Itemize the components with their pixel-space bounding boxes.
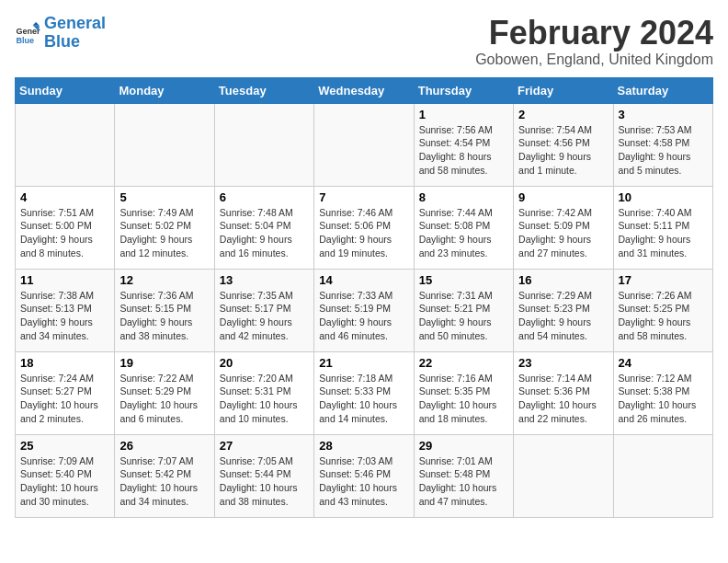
day-info: Sunrise: 7:29 AM Sunset: 5:23 PM Dayligh… [518,289,608,343]
day-info: Sunrise: 7:03 AM Sunset: 5:46 PM Dayligh… [319,454,408,509]
day-info: Sunrise: 7:05 AM Sunset: 5:44 PM Dayligh… [220,454,309,509]
day-info: Sunrise: 7:12 AM Sunset: 5:38 PM Dayligh… [619,372,708,426]
header-monday: Monday [115,77,214,103]
day-number: 17 [619,273,708,287]
table-cell: 1Sunrise: 7:56 AM Sunset: 4:54 PM Daylig… [414,103,513,186]
day-info: Sunrise: 7:07 AM Sunset: 5:42 PM Dayligh… [119,454,209,509]
table-cell: 12Sunrise: 7:36 AM Sunset: 5:15 PM Dayli… [115,269,214,351]
table-cell: 28Sunrise: 7:03 AM Sunset: 5:46 PM Dayli… [314,434,414,517]
day-number: 4 [20,190,109,204]
day-info: Sunrise: 7:44 AM Sunset: 5:08 PM Dayligh… [419,206,508,260]
table-cell: 11Sunrise: 7:38 AM Sunset: 5:13 PM Dayli… [16,269,115,351]
table-cell: 26Sunrise: 7:07 AM Sunset: 5:42 PM Dayli… [115,434,214,517]
table-cell: 27Sunrise: 7:05 AM Sunset: 5:44 PM Dayli… [214,434,313,517]
header-tuesday: Tuesday [214,77,313,103]
day-number: 2 [518,108,608,121]
logo-line2: Blue [44,32,80,51]
title-area: February 2024 Gobowen, England, United K… [475,15,713,68]
header-friday: Friday [514,77,613,103]
day-info: Sunrise: 7:20 AM Sunset: 5:31 PM Dayligh… [220,372,309,426]
table-cell: 7Sunrise: 7:46 AM Sunset: 5:06 PM Daylig… [314,186,414,269]
day-info: Sunrise: 7:42 AM Sunset: 5:09 PM Dayligh… [518,206,608,260]
day-number: 19 [119,356,209,370]
day-number: 11 [20,273,109,287]
day-info: Sunrise: 7:49 AM Sunset: 5:02 PM Dayligh… [119,206,209,260]
day-info: Sunrise: 7:54 AM Sunset: 4:56 PM Dayligh… [518,123,608,178]
day-info: Sunrise: 7:40 AM Sunset: 5:11 PM Dayligh… [619,206,708,260]
day-info: Sunrise: 7:16 AM Sunset: 5:35 PM Dayligh… [419,372,508,426]
logo-text: General Blue [44,15,106,52]
svg-marker-3 [33,22,40,26]
day-info: Sunrise: 7:14 AM Sunset: 5:36 PM Dayligh… [518,372,608,426]
table-cell [214,103,313,186]
day-number: 9 [518,190,608,204]
table-cell: 24Sunrise: 7:12 AM Sunset: 5:38 PM Dayli… [613,351,712,434]
header-thursday: Thursday [414,77,513,103]
table-cell: 3Sunrise: 7:53 AM Sunset: 4:58 PM Daylig… [613,103,712,186]
table-cell: 20Sunrise: 7:20 AM Sunset: 5:31 PM Dayli… [214,351,313,434]
table-cell: 21Sunrise: 7:18 AM Sunset: 5:33 PM Dayli… [314,351,414,434]
day-number: 18 [20,356,109,370]
day-number: 10 [619,190,708,204]
table-cell: 25Sunrise: 7:09 AM Sunset: 5:40 PM Dayli… [16,434,115,517]
week-row-2: 4Sunrise: 7:51 AM Sunset: 5:00 PM Daylig… [16,186,713,269]
week-row-5: 25Sunrise: 7:09 AM Sunset: 5:40 PM Dayli… [16,434,713,517]
logo: General Blue General Blue [15,15,106,52]
table-cell: 2Sunrise: 7:54 AM Sunset: 4:56 PM Daylig… [514,103,613,186]
table-cell: 22Sunrise: 7:16 AM Sunset: 5:35 PM Dayli… [414,351,513,434]
week-row-1: 1Sunrise: 7:56 AM Sunset: 4:54 PM Daylig… [16,103,713,186]
table-cell: 23Sunrise: 7:14 AM Sunset: 5:36 PM Dayli… [514,351,613,434]
table-cell [613,434,712,517]
table-cell: 8Sunrise: 7:44 AM Sunset: 5:08 PM Daylig… [414,186,513,269]
table-cell [514,434,613,517]
day-number: 25 [20,439,109,453]
day-info: Sunrise: 7:31 AM Sunset: 5:21 PM Dayligh… [419,289,508,343]
table-cell: 5Sunrise: 7:49 AM Sunset: 5:02 PM Daylig… [115,186,214,269]
day-number: 5 [119,190,209,204]
table-cell: 29Sunrise: 7:01 AM Sunset: 5:48 PM Dayli… [414,434,513,517]
day-number: 24 [619,356,708,370]
day-info: Sunrise: 7:36 AM Sunset: 5:15 PM Dayligh… [119,289,209,343]
table-cell: 6Sunrise: 7:48 AM Sunset: 5:04 PM Daylig… [214,186,313,269]
table-cell: 18Sunrise: 7:24 AM Sunset: 5:27 PM Dayli… [16,351,115,434]
day-number: 29 [419,439,508,453]
day-number: 21 [319,356,408,370]
header-saturday: Saturday [613,77,712,103]
calendar-header-row: SundayMondayTuesdayWednesdayThursdayFrid… [16,77,713,103]
day-number: 8 [419,190,508,204]
day-number: 28 [319,439,408,453]
day-number: 7 [319,190,408,204]
week-row-4: 18Sunrise: 7:24 AM Sunset: 5:27 PM Dayli… [16,351,713,434]
table-cell: 17Sunrise: 7:26 AM Sunset: 5:25 PM Dayli… [613,269,712,351]
day-info: Sunrise: 7:26 AM Sunset: 5:25 PM Dayligh… [619,289,708,343]
day-info: Sunrise: 7:22 AM Sunset: 5:29 PM Dayligh… [119,372,209,426]
day-number: 14 [319,273,408,287]
day-number: 23 [518,356,608,370]
table-cell: 15Sunrise: 7:31 AM Sunset: 5:21 PM Dayli… [414,269,513,351]
main-title: February 2024 [475,15,713,52]
day-info: Sunrise: 7:24 AM Sunset: 5:27 PM Dayligh… [20,372,109,426]
day-number: 1 [419,108,508,121]
logo-line1: General [44,14,106,32]
day-number: 15 [419,273,508,287]
table-cell: 10Sunrise: 7:40 AM Sunset: 5:11 PM Dayli… [613,186,712,269]
table-cell: 4Sunrise: 7:51 AM Sunset: 5:00 PM Daylig… [16,186,115,269]
day-info: Sunrise: 7:09 AM Sunset: 5:40 PM Dayligh… [20,454,109,509]
day-info: Sunrise: 7:56 AM Sunset: 4:54 PM Dayligh… [419,123,508,178]
day-number: 20 [220,356,309,370]
logo-icon: General Blue [15,20,40,46]
header: General Blue General Blue February 2024 … [15,15,713,68]
subtitle: Gobowen, England, United Kingdom [475,52,713,68]
day-info: Sunrise: 7:48 AM Sunset: 5:04 PM Dayligh… [220,206,309,260]
day-info: Sunrise: 7:33 AM Sunset: 5:19 PM Dayligh… [319,289,408,343]
table-cell [314,103,414,186]
table-cell [16,103,115,186]
svg-text:Blue: Blue [16,36,34,45]
day-number: 6 [220,190,309,204]
calendar-table: SundayMondayTuesdayWednesdayThursdayFrid… [15,77,713,518]
day-info: Sunrise: 7:35 AM Sunset: 5:17 PM Dayligh… [220,289,309,343]
day-number: 16 [518,273,608,287]
day-info: Sunrise: 7:01 AM Sunset: 5:48 PM Dayligh… [419,454,508,509]
day-number: 22 [419,356,508,370]
table-cell: 14Sunrise: 7:33 AM Sunset: 5:19 PM Dayli… [314,269,414,351]
